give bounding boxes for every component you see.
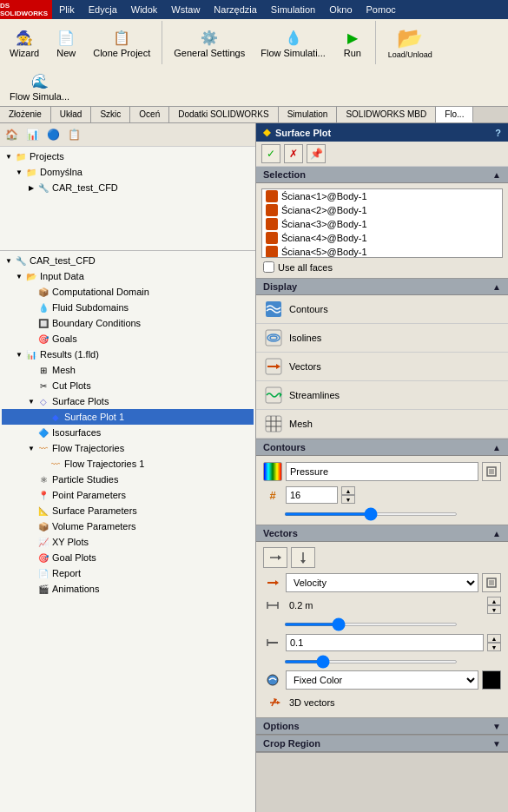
selection-list[interactable]: Ściana<1>@Body-1 Ściana<2>@Body-1 Ściana…: [261, 188, 503, 258]
tree-item-goals[interactable]: ▶ 🎯 Goals: [2, 331, 254, 347]
menu-widok[interactable]: Widok: [124, 3, 165, 17]
selection-item-5[interactable]: Ściana<5>@Body-1: [262, 245, 502, 258]
flow-simula2-button[interactable]: 🌊 Flow Simula...: [3, 68, 76, 104]
input-data-arrow[interactable]: ▼: [14, 273, 24, 281]
options-header[interactable]: Options ▼: [256, 718, 508, 735]
menu-okno[interactable]: Okno: [322, 3, 359, 17]
menu-narzedzia[interactable]: Narzędzia: [207, 3, 264, 17]
size-spin-down[interactable]: ▼: [487, 643, 501, 651]
sp-cancel-button[interactable]: ✗: [284, 144, 303, 163]
general-settings-button[interactable]: ⚙️ General Settings: [168, 24, 251, 61]
tree-item-xy-plots[interactable]: ▶ 📈 XY Plots: [2, 534, 254, 550]
tree-item-input-data[interactable]: ▼ 📂 Input Data: [2, 268, 254, 284]
display-contours-btn[interactable]: Contours: [256, 295, 508, 324]
tree-item-goal-plots[interactable]: ▶ 🎯 Goal Plots: [2, 550, 254, 565]
contours-header[interactable]: Contours ▲: [256, 439, 508, 456]
root-car-arrow[interactable]: ▼: [3, 257, 14, 265]
tree-item-flow-traj-1[interactable]: ▶ 〰 Flow Trajectories 1: [2, 456, 254, 472]
vectors-settings-btn[interactable]: [482, 573, 501, 592]
tab-uklad[interactable]: Układ: [51, 107, 92, 122]
tree-item-domyslna[interactable]: ▼ 📁 Domyślna: [2, 164, 254, 180]
vectors-color-dropdown[interactable]: Fixed Color: [286, 670, 478, 690]
tab-szkic[interactable]: Szkic: [91, 107, 130, 122]
surface-plots-arrow[interactable]: ▼: [26, 398, 36, 406]
spacing-spin-down[interactable]: ▼: [487, 605, 501, 614]
tree-toolbar-btn-list[interactable]: 📋: [64, 125, 83, 144]
load-unload-button[interactable]: 📂 Load/Unload: [381, 24, 439, 62]
tab-dodatki[interactable]: Dodatki SOLIDWORKS: [169, 107, 278, 122]
tab-mbd[interactable]: SOLIDWORKS MBD: [337, 107, 436, 122]
new-button[interactable]: 📄 New: [49, 24, 83, 61]
tree-item-volume-params[interactable]: ▶ 📦 Volume Parameters: [2, 518, 254, 534]
tree-item-fluid-subdomains[interactable]: ▶ 💧 Fluid Subdomains: [2, 300, 254, 315]
display-isolines-btn[interactable]: Isolines: [256, 324, 508, 353]
selection-item-3[interactable]: Ściana<3>@Body-1: [262, 217, 502, 231]
contours-settings-btn[interactable]: [482, 462, 501, 481]
tab-simulation[interactable]: Simulation: [279, 107, 338, 122]
tree-item-car-test-cfd-top[interactable]: ▶ 🔧 CAR_test_CFD: [2, 180, 254, 195]
selection-item-1[interactable]: Ściana<1>@Body-1: [262, 189, 502, 203]
domyslna-expand-arrow[interactable]: ▼: [14, 168, 24, 176]
crop-region-header[interactable]: Crop Region ▼: [256, 736, 508, 752]
menu-simulation[interactable]: Simulation: [264, 3, 322, 17]
tree-item-particle-studies[interactable]: ▶ ⚛ Particle Studies: [2, 472, 254, 487]
tree-item-projects[interactable]: ▼ 📁 Projects: [2, 149, 254, 164]
flow-simulation-button[interactable]: 💧 Flow Simulati...: [254, 24, 332, 61]
contours-number-input[interactable]: [286, 486, 338, 504]
spacing-spin-up[interactable]: ▲: [487, 597, 501, 605]
tree-item-flow-trajectories[interactable]: ▼ 〰 Flow Trajectories: [2, 440, 254, 456]
tree-item-cut-plots[interactable]: ▶ ✂ Cut Plots: [2, 378, 254, 393]
run-button[interactable]: ▶ Run: [335, 24, 370, 61]
results-arrow[interactable]: ▼: [14, 351, 24, 359]
selection-header[interactable]: Selection ▲: [256, 167, 508, 183]
tab-flo[interactable]: Flo...: [436, 107, 473, 122]
tree-item-surface-plots[interactable]: ▼ ◇ Surface Plots: [2, 393, 254, 409]
display-mesh-btn[interactable]: Mesh: [256, 410, 508, 439]
use-all-faces-checkbox[interactable]: [263, 261, 274, 273]
tree-item-surface-plot-1[interactable]: ▶ ◆ Surface Plot 1: [2, 409, 254, 425]
vec-type-btn-2[interactable]: [291, 547, 315, 568]
tree-item-results[interactable]: ▼ 📊 Results (1.fld): [2, 347, 254, 362]
contours-slider[interactable]: [284, 512, 458, 516]
projects-expand-arrow[interactable]: ▼: [3, 153, 14, 161]
tab-ocen[interactable]: Oceń: [130, 107, 169, 122]
wizard-button[interactable]: 🧙 Wizard: [3, 24, 45, 61]
size-spin-up[interactable]: ▲: [487, 634, 501, 643]
selection-item-2[interactable]: Ściana<2>@Body-1: [262, 203, 502, 217]
display-vectors-btn[interactable]: Vectors: [256, 353, 508, 381]
flow-traj-arrow[interactable]: ▼: [26, 445, 36, 452]
tree-toolbar-btn-home[interactable]: 🏠: [2, 125, 21, 144]
sp-pin-button[interactable]: 📌: [307, 144, 326, 163]
tree-toolbar-btn-chart[interactable]: 📊: [23, 125, 42, 144]
display-header[interactable]: Display ▲: [256, 279, 508, 295]
sp-ok-button[interactable]: ✓: [261, 144, 280, 163]
tree-item-root-car[interactable]: ▼ 🔧 CAR_test_CFD: [2, 253, 254, 268]
tree-item-surface-params[interactable]: ▶ 📐 Surface Parameters: [2, 503, 254, 518]
tree-item-comp-domain[interactable]: ▶ 📦 Computational Domain: [2, 284, 254, 300]
surface-plot-help[interactable]: ?: [495, 128, 501, 138]
vectors-color-box[interactable]: [482, 670, 501, 690]
tree-item-boundary-conditions[interactable]: ▶ 🔲 Boundary Conditions: [2, 315, 254, 331]
menu-wstaw[interactable]: Wstaw: [164, 3, 207, 17]
clone-project-button[interactable]: 📋 Clone Project: [87, 24, 156, 61]
selection-item-4[interactable]: Ściana<4>@Body-1: [262, 231, 502, 245]
tree-item-animations[interactable]: ▶ 🎬 Animations: [2, 581, 254, 597]
vectors-header[interactable]: Vectors ▲: [256, 525, 508, 542]
vectors-velocity-dropdown[interactable]: Velocity: [286, 573, 478, 592]
menu-pomoc[interactable]: Pomoc: [360, 3, 403, 17]
tab-zlozenie[interactable]: Złożenie: [0, 107, 51, 122]
display-streamlines-btn[interactable]: Streamlines: [256, 381, 508, 410]
contours-type-dropdown[interactable]: Pressure: [286, 462, 478, 481]
menu-plik[interactable]: Plik: [52, 3, 82, 17]
vectors-size-input[interactable]: [286, 634, 484, 651]
tree-toolbar-btn-circle[interactable]: 🔵: [43, 125, 63, 144]
menu-edycja[interactable]: Edycja: [82, 3, 124, 17]
tree-item-point-params[interactable]: ▶ 📍 Point Parameters: [2, 487, 254, 503]
car-cfd-top-arrow[interactable]: ▶: [26, 184, 36, 192]
tree-item-isosurfaces[interactable]: ▶ 🔷 Isosurfaces: [2, 425, 254, 440]
contours-spin-down[interactable]: ▼: [341, 495, 355, 504]
spacing-slider[interactable]: [284, 623, 458, 626]
contours-spin-up[interactable]: ▲: [341, 486, 355, 495]
tree-item-mesh[interactable]: ▶ ⊞ Mesh: [2, 362, 254, 378]
vec-type-btn-1[interactable]: [263, 547, 287, 568]
